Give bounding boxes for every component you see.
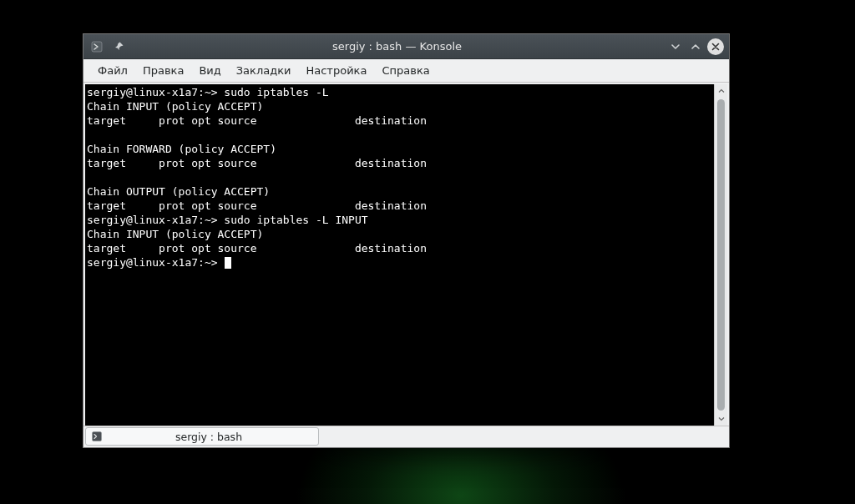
terminal-scrollbar[interactable] — [714, 84, 727, 426]
tabbar: sergiy : bash — [83, 426, 729, 447]
app-menu-icon[interactable] — [89, 38, 105, 55]
scroll-up-icon[interactable] — [715, 84, 727, 98]
menu-help[interactable]: Справка — [374, 61, 437, 80]
menu-view[interactable]: Вид — [191, 61, 228, 80]
tab-label: sergiy : bash — [108, 431, 310, 443]
terminal[interactable]: sergiy@linux-x1a7:~> sudo iptables -L Ch… — [85, 84, 714, 426]
titlebar-left — [89, 38, 127, 55]
titlebar-right — [667, 38, 724, 55]
scroll-down-icon[interactable] — [715, 412, 727, 426]
scroll-thumb[interactable] — [717, 99, 725, 411]
maximize-button[interactable] — [687, 38, 704, 55]
minimize-button[interactable] — [667, 38, 684, 55]
terminal-icon — [91, 431, 103, 442]
menu-settings[interactable]: Настройка — [298, 61, 374, 80]
terminal-container: sergiy@linux-x1a7:~> sudo iptables -L Ch… — [85, 84, 727, 426]
close-button[interactable] — [707, 38, 724, 55]
menu-edit[interactable]: Правка — [135, 61, 191, 80]
tab-terminal[interactable]: sergiy : bash — [85, 427, 319, 446]
menu-bookmarks[interactable]: Закладки — [229, 61, 299, 80]
pin-icon[interactable] — [110, 38, 127, 55]
terminal-cursor — [225, 257, 231, 269]
window-title: sergiy : bash — Konsole — [127, 40, 667, 53]
titlebar[interactable]: sergiy : bash — Konsole — [83, 34, 729, 59]
menubar: Файл Правка Вид Закладки Настройка Справ… — [83, 59, 729, 83]
konsole-window: sergiy : bash — Konsole Файл Правка Вид … — [83, 33, 730, 448]
menu-file[interactable]: Файл — [90, 61, 135, 80]
